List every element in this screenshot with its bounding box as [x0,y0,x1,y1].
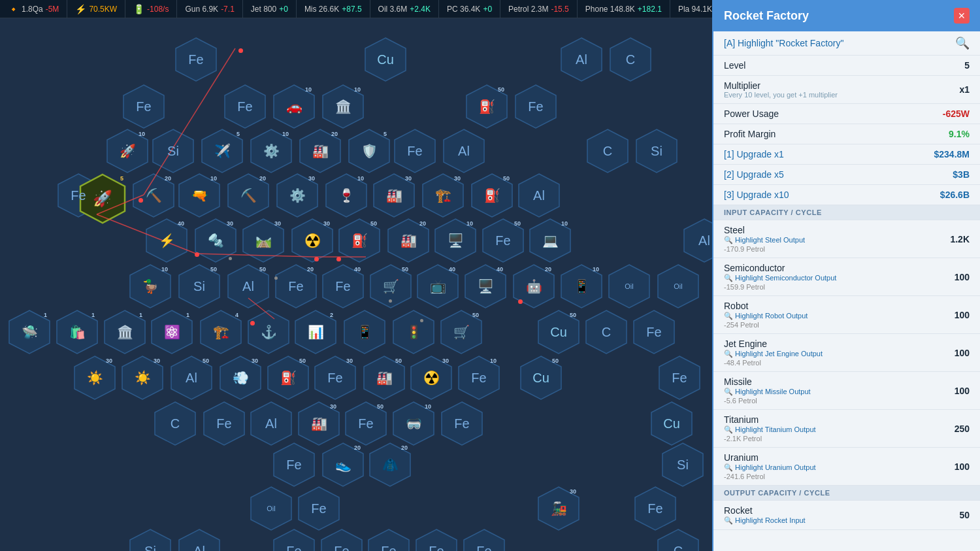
close-button[interactable]: ✕ [954,8,970,24]
hex-shop[interactable]: 🛍️ 1 [54,309,100,355]
hex-factory-1[interactable]: 🏭 30 [371,173,417,218]
input-item[interactable]: Titanium 🔍 Highlight Titanium Output -2.… [713,410,980,448]
hex-cu-mine[interactable]: Cu 50 [536,309,581,355]
hex-gear-2[interactable]: ⚙️ 30 [274,173,320,218]
hex-plane[interactable]: ✈️ 5 [199,128,245,174]
hex-nuclear-plant[interactable]: ☢️ 30 [408,355,454,401]
hex-al-6[interactable]: Al [176,528,222,551]
hex-fe-1[interactable]: Fe [173,37,219,82]
hex-oil-2[interactable]: ⛽ 50 [469,173,515,218]
hex-wind[interactable]: 💨 30 [218,355,263,401]
hex-cpu[interactable]: 🖥️ 40 [463,263,508,309]
hex-fe-7[interactable]: Fe [631,309,677,355]
hex-jacket[interactable]: 🧥 20 [367,442,413,488]
hex-c-4[interactable]: C [152,401,198,446]
hex-traffic[interactable]: 🚦 [391,309,436,355]
hex-fe-14[interactable]: Fe [632,486,678,531]
input-item[interactable]: Robot 🔍 Highlight Robot Output -254 Petr… [713,296,980,334]
hex-al-1[interactable]: Al [559,37,604,82]
hex-fe-5[interactable]: Fe [392,128,438,174]
hex-al-3[interactable]: Al [516,173,562,218]
input-item[interactable]: Jet Engine 🔍 Highlight Jet Engine Output… [713,334,980,372]
hex-chart[interactable]: 📊 2 [293,309,338,355]
game-map[interactable]: .hex-cell { position: absolute; } .hsvg … [0,18,712,551]
hex-fe-18[interactable]: Fe [414,528,459,551]
hex-port[interactable]: ⚓ [246,309,291,355]
input-sub[interactable]: 🔍 Highlight Titanium Output [724,426,816,434]
hex-si-4[interactable]: Si [127,528,173,551]
input-item[interactable]: Steel 🔍 Highlight Steel Output -170.9 Pe… [713,220,980,258]
hex-fe-4[interactable]: Fe [513,84,559,129]
hex-oil-4[interactable]: Oil [655,263,701,309]
upgrade1-row[interactable]: [1] Upgrade x1 $234.8M [713,144,980,165]
hex-museum[interactable]: 🏛️ 1 [102,309,148,355]
hex-space[interactable]: 🛸 1 [7,309,52,355]
hex-fe-10[interactable]: Fe [201,401,247,446]
hex-boot[interactable]: 👟 20 [320,442,366,488]
hex-fe-cart[interactable]: Fe 50 [480,218,526,263]
upgrade3-label[interactable]: [3] Upgrade x10 [724,190,789,200]
hex-cu-1[interactable]: Cu [363,37,408,82]
hex-duck[interactable]: 🦆 10 [127,263,173,309]
hex-fe-2[interactable]: Fe [121,84,167,129]
hex-mine-cart[interactable]: 🚂 30 [536,486,581,531]
hex-gear[interactable]: ⚙️ 10 [248,128,294,174]
upgrade1-label[interactable]: [1] Upgrade x1 [724,149,784,159]
hex-factory-4[interactable]: 🏭 30 [296,401,342,446]
output-sub[interactable]: 🔍 Highlight Rocket Input [724,516,806,525]
hex-fe-8[interactable]: Fe 10 [456,355,502,401]
hex-car[interactable]: 🚗 10 [271,84,317,129]
hex-conveyor[interactable]: 🏭 20 [297,128,343,174]
hex-oil-pump[interactable]: ⛽ 50 [336,218,382,263]
hex-c-2[interactable]: C [585,128,630,174]
hex-fe-mine-3[interactable]: Fe 40 [320,263,366,309]
hex-rails[interactable]: 🛤️ 30 [240,218,286,263]
input-sub[interactable]: 🔍 Highlight Robot Output [724,312,808,320]
hex-power[interactable]: ⚡ 40 [144,218,189,263]
hex-fe-mine[interactable]: ⛏️ 20 [225,173,271,218]
hex-tablet[interactable]: 📱 [342,309,387,355]
hex-atom[interactable]: ⚛️ 1 [149,309,195,355]
hex-solar-1[interactable]: ☀️ 30 [72,355,118,401]
hex-wine[interactable]: 🍷 10 [323,173,369,218]
hex-fe-11[interactable]: Fe [439,401,485,446]
hex-al-mine-2[interactable]: Al 50 [169,355,214,401]
hex-fe-13[interactable]: Fe [296,486,342,531]
hex-fe-17[interactable]: Fe [366,528,412,551]
hex-oil-3[interactable]: Oil [606,263,652,309]
hex-factory-2[interactable]: 🏗️ 4 [198,309,244,355]
hex-factory-3[interactable]: 🏭 50 [361,355,407,401]
upgrade2-row[interactable]: [2] Upgrade x5 $3B [713,165,980,185]
hex-c-1[interactable]: C [608,37,653,82]
input-sub[interactable]: 🔍 Highlight Missile Output [724,388,811,396]
input-sub[interactable]: 🔍 Highlight Steel Output [724,236,805,244]
hex-gun[interactable]: 🔫 10 [176,173,222,218]
hex-usa[interactable]: 🏛️ 10 [320,84,366,129]
upgrade2-label[interactable]: [2] Upgrade x5 [724,169,784,180]
hex-si-1[interactable]: Si [150,128,196,174]
input-item[interactable]: Uranium 🔍 Highlight Uranium Output -241.… [713,448,980,486]
hex-nuclear[interactable]: ☢️ 30 [289,218,335,263]
upgrade3-row[interactable]: [3] Upgrade x10 $26.6B [713,185,980,205]
hex-oil-5[interactable]: Oil [248,486,294,531]
hex-goggles[interactable]: 🥽 10 [391,401,436,446]
input-sub[interactable]: 🔍 Highlight Semiconductor Output [724,274,836,282]
hex-laptop[interactable]: 💻 10 [527,218,573,263]
hex-fe-16[interactable]: Fe [319,528,365,551]
highlight-link[interactable]: [A] Highlight "Rocket Factory" [724,38,843,48]
input-item[interactable]: Missile 🔍 Highlight Missile Output -5.6 … [713,372,980,410]
hex-fe-mine-2[interactable]: Fe 20 [273,263,319,309]
hex-si-2[interactable]: Si [634,128,679,174]
hex-c-3[interactable]: C [583,309,629,355]
hex-al-4[interactable]: Al [681,218,712,263]
hex-si-mine[interactable]: Si 50 [176,263,222,309]
input-item[interactable]: Semiconductor 🔍 Highlight Semiconductor … [713,258,980,296]
hex-cu-mine-2[interactable]: Cu 50 [518,355,564,401]
hex-c-5[interactable]: C [655,528,701,551]
hex-fe-cart-3[interactable]: Fe 50 [343,401,389,446]
hex-oil-pump-2[interactable]: ⛽ 50 [265,355,311,401]
hex-screen[interactable]: 📺 40 [415,263,461,309]
hex-solar-2[interactable]: ☀️ 30 [120,355,165,401]
hex-steel[interactable]: 🔩 30 [193,218,238,263]
hex-oil-1[interactable]: ⛽ 50 [464,84,510,129]
